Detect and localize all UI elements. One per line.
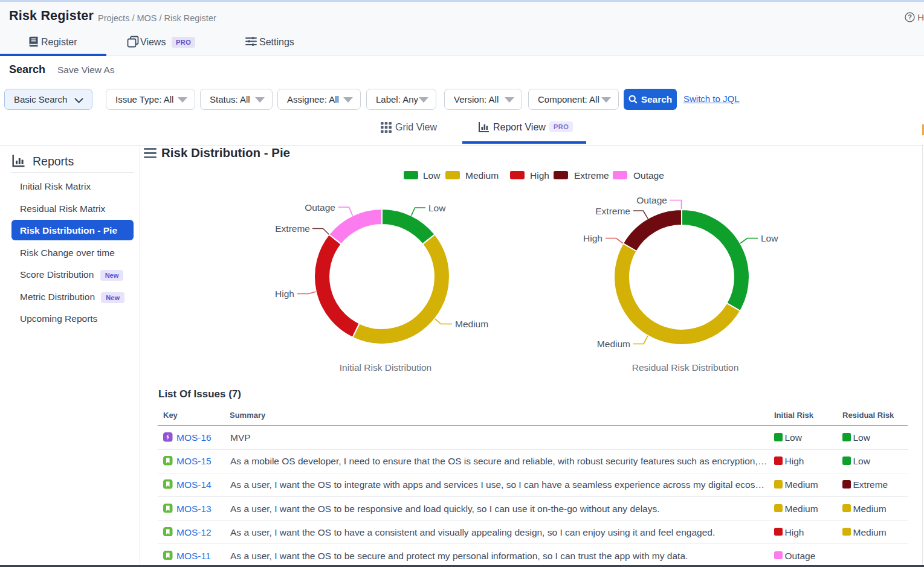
svg-text:High: High	[275, 289, 294, 299]
svg-text:Medium: Medium	[597, 339, 630, 349]
svg-text:Outage: Outage	[636, 195, 667, 205]
svg-text:Residual Risk Distribution: Residual Risk Distribution	[632, 362, 739, 373]
svg-text:Initial Risk Distribution: Initial Risk Distribution	[340, 362, 431, 373]
svg-text:Medium: Medium	[455, 319, 488, 329]
svg-text:?: ?	[908, 13, 912, 21]
svg-text:High: High	[583, 233, 603, 243]
svg-text:Extreme: Extreme	[595, 206, 630, 216]
svg-text:Low: Low	[428, 203, 446, 213]
svg-text:Low: Low	[761, 233, 778, 243]
svg-text:Extreme: Extreme	[275, 223, 310, 234]
svg-text:Outage: Outage	[305, 202, 335, 213]
